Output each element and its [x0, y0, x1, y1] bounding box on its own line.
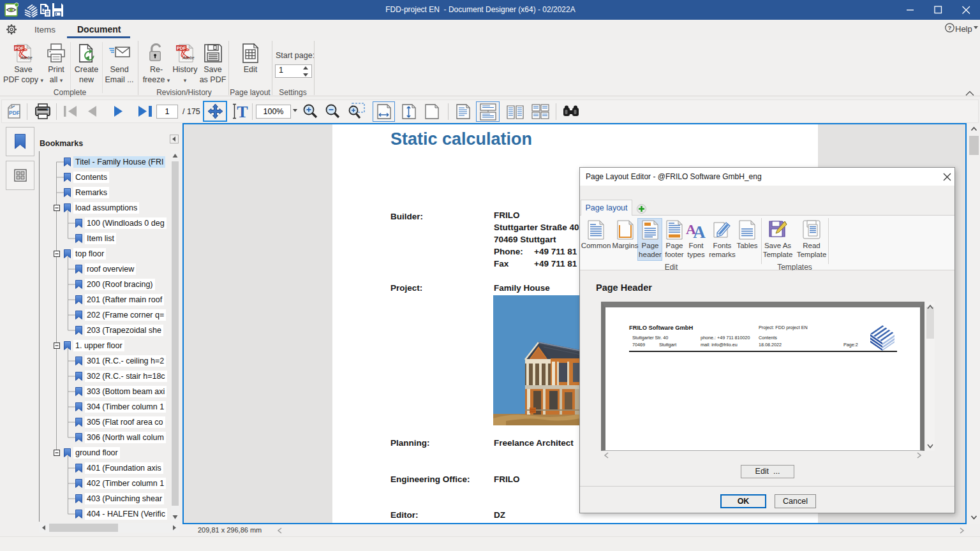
svg-text:T: T: [237, 103, 248, 120]
svg-text:PDF: PDF: [176, 45, 186, 51]
svg-text:Adobe: Adobe: [20, 55, 33, 60]
svg-text:?: ?: [948, 24, 952, 31]
svg-text:A: A: [693, 223, 706, 240]
svg-text:PDF: PDF: [15, 45, 24, 51]
svg-text:PDF: PDF: [9, 110, 20, 116]
svg-text:Adobe: Adobe: [182, 55, 195, 60]
